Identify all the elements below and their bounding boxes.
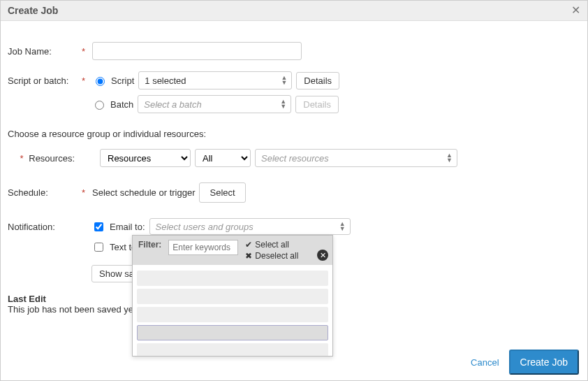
select-all-link[interactable]: ✔ Select all [245, 240, 298, 250]
batch-select[interactable]: Select a batch ▲▼ [138, 95, 291, 113]
label-script-batch: Script or batch: [8, 76, 75, 86]
x-icon: ✖ [245, 251, 252, 261]
updown-icon: ▲▼ [446, 153, 453, 163]
required-mark: * [82, 187, 85, 198]
radio-script-label: Script [111, 76, 134, 86]
dialog-header: Create Job ✕ [1, 1, 587, 21]
label-schedule: Schedule: [8, 187, 75, 198]
updown-icon: ▲▼ [280, 99, 286, 109]
script-details-button[interactable]: Details [296, 72, 339, 89]
close-dropdown-icon[interactable]: ✕ [317, 250, 328, 261]
radio-batch-input[interactable] [95, 101, 104, 110]
list-item[interactable] [137, 271, 328, 286]
email-multiselect-placeholder: Select users and groups [156, 222, 253, 232]
batch-select-placeholder: Select a batch [144, 99, 201, 110]
select-links: ✔ Select all ✖ Deselect all [245, 240, 298, 261]
radio-batch-label: Batch [110, 99, 133, 110]
resources-multiselect-placeholder: Select resources [261, 153, 329, 164]
check-icon: ✔ [245, 240, 252, 250]
resources-multiselect[interactable]: Select resources ▲▼ [255, 149, 457, 167]
label-job-name: Job Name: [8, 46, 75, 57]
label-notification: Notification: [8, 222, 75, 232]
filter-label: Filter: [138, 240, 161, 250]
required-mark: * [82, 76, 85, 86]
checkbox-text-input[interactable] [94, 243, 103, 252]
create-job-button[interactable]: Create Job [509, 350, 579, 375]
script-select[interactable]: 1 selected ▲▼ [138, 71, 292, 89]
resources-section-text: Choose a resource group or individual re… [8, 129, 580, 139]
dropdown-toolbar: Filter: ✔ Select all ✖ Deselect all ✕ [133, 236, 332, 265]
list-item[interactable] [137, 343, 328, 356]
list-item[interactable] [137, 307, 328, 322]
schedule-hint: Select schedule or trigger [92, 187, 195, 198]
checkbox-email-label: Email to: [110, 222, 145, 232]
row-job-name: Job Name: * [8, 42, 580, 60]
checkbox-email[interactable]: Email to: [91, 220, 145, 233]
dialog-footer: Cancel Create Job [471, 350, 579, 375]
deselect-all-link[interactable]: ✖ Deselect all [245, 251, 298, 261]
cancel-link[interactable]: Cancel [471, 357, 499, 368]
required-mark: * [82, 46, 85, 57]
schedule-select-button[interactable]: Select [199, 182, 245, 203]
email-dropdown-panel: Filter: ✔ Select all ✖ Deselect all ✕ [132, 235, 333, 357]
list-item[interactable] [137, 325, 328, 340]
row-notification-email: Notification: Email to: Select users and… [8, 218, 580, 235]
label-resources: Resources: [29, 153, 75, 164]
row-script: Script or batch: * Script 1 selected ▲▼ … [8, 71, 580, 89]
dropdown-list[interactable] [133, 265, 332, 356]
email-multiselect[interactable]: Select users and groups ▲▼ [149, 218, 351, 235]
row-schedule: Schedule: * Select schedule or trigger S… [8, 182, 580, 203]
list-item[interactable] [137, 289, 328, 304]
close-icon[interactable]: ✕ [571, 5, 580, 16]
checkbox-email-input[interactable] [94, 222, 103, 231]
dialog-title: Create Job [8, 5, 58, 16]
updown-icon: ▲▼ [339, 222, 346, 231]
radio-script-input[interactable] [96, 77, 105, 86]
resources-scope-select[interactable]: All [195, 149, 251, 167]
filter-input[interactable] [168, 240, 238, 255]
resources-type-select[interactable]: Resources [100, 149, 191, 167]
radio-script[interactable]: Script [92, 75, 134, 86]
radio-batch[interactable]: Batch [91, 99, 133, 110]
row-resources: * Resources: Resources All Select resour… [8, 149, 580, 167]
batch-details-button: Details [295, 96, 339, 113]
script-select-value: 1 selected [145, 76, 186, 86]
required-mark: * [20, 153, 24, 164]
updown-icon: ▲▼ [281, 76, 287, 85]
job-name-input[interactable] [92, 42, 302, 60]
row-batch: Batch Select a batch ▲▼ Details [8, 95, 580, 113]
create-job-dialog: Create Job ✕ Job Name: * Script or batch… [0, 0, 588, 381]
